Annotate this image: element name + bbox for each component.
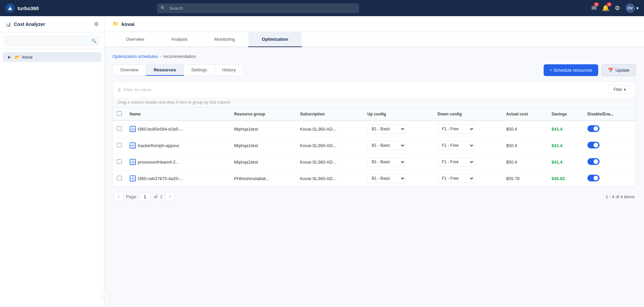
col-name: Name bbox=[126, 108, 230, 121]
sidebar-settings-button[interactable]: ⚙ bbox=[94, 21, 99, 27]
avatar: DV bbox=[625, 3, 635, 13]
row-down-config-1[interactable]: F1 - FreeD1 - SharedB1 - Basic bbox=[438, 141, 475, 150]
topnav-right: ✉ 3 🔔 3 ⚙ DV ▾ bbox=[591, 3, 639, 13]
sidebar-search-icon: 🔍 bbox=[91, 38, 97, 43]
update-button[interactable]: 📅 Update bbox=[602, 64, 636, 76]
settings-button[interactable]: ⚙ bbox=[615, 4, 620, 12]
col-disable-enable: Disable/Ena... bbox=[583, 108, 636, 121]
table-row: t360-ceb37675-4a20-... PHfreshinstallati… bbox=[113, 170, 636, 187]
col-savings: Savings bbox=[547, 108, 583, 121]
row-actual-cost-2: $50.4 bbox=[502, 154, 548, 170]
filter-left: ⧖ bbox=[118, 87, 191, 93]
total-pages: 1 bbox=[160, 194, 162, 199]
logo-icon bbox=[5, 3, 15, 13]
tab-monitoring[interactable]: Monitoring bbox=[201, 32, 249, 47]
schedule-resources-button[interactable]: + Schedule resources bbox=[544, 64, 598, 76]
row-rg-0: Miphqa1test bbox=[230, 121, 296, 137]
user-menu[interactable]: DV ▾ bbox=[625, 3, 639, 13]
svg-point-2 bbox=[9, 6, 11, 8]
sidebar-item-kovai[interactable]: ▶ 📂 kovai bbox=[3, 52, 101, 62]
row-toggle-3[interactable] bbox=[587, 175, 600, 181]
resource-icon-2 bbox=[130, 159, 136, 165]
messages-button[interactable]: ✉ 3 bbox=[591, 4, 597, 12]
filter-bar: ⧖ Filter ▾ bbox=[112, 81, 636, 97]
search-icon: 🔍 bbox=[160, 5, 166, 11]
row-up-config-0[interactable]: B1 - BasicB2 - BasicB3 - BasicS1 - Stand… bbox=[367, 124, 406, 134]
messages-badge: 3 bbox=[594, 2, 599, 6]
filter-input[interactable] bbox=[124, 87, 191, 92]
search-input[interactable] bbox=[157, 3, 359, 13]
filter-button[interactable]: Filter ▾ bbox=[608, 85, 631, 94]
resource-icon-3 bbox=[130, 175, 136, 181]
col-up-config: Up config bbox=[363, 108, 433, 121]
col-checkbox bbox=[113, 108, 126, 121]
row-checkbox-0[interactable] bbox=[117, 126, 122, 131]
row-down-config-3[interactable]: F1 - FreeD1 - SharedB1 - Basic bbox=[438, 174, 475, 183]
row-checkbox-1[interactable] bbox=[117, 143, 122, 147]
main-layout: 📊 Cost Analyzer ⚙ 🔍 ▶ 📂 kovai ‹ 📁 kovai bbox=[0, 16, 644, 307]
row-up-config-3[interactable]: B1 - BasicB2 - BasicB3 - BasicS1 - Stand… bbox=[367, 174, 406, 183]
notifications-button[interactable]: 🔔 3 bbox=[602, 4, 609, 12]
select-all-checkbox[interactable] bbox=[117, 111, 122, 116]
row-savings-2: $41.4 bbox=[547, 154, 583, 170]
filter-right: Filter ▾ bbox=[608, 85, 631, 94]
subtab-resources[interactable]: Resources bbox=[146, 65, 184, 76]
col-resource-group: Resource group bbox=[230, 108, 296, 121]
top-navigation: turbo360 🔍 ✉ 3 🔔 3 ⚙ DV ▾ bbox=[0, 0, 644, 16]
logo-text: turbo360 bbox=[18, 5, 39, 11]
row-toggle-0[interactable] bbox=[587, 125, 600, 132]
sidebar-title: 📊 Cost Analyzer bbox=[5, 22, 45, 27]
filter-icon: ⧖ bbox=[118, 87, 121, 93]
row-checkbox-3[interactable] bbox=[117, 176, 122, 180]
next-page-button[interactable]: › bbox=[165, 192, 174, 201]
subtab-history[interactable]: History bbox=[215, 65, 243, 76]
col-actual-cost: Actual cost bbox=[502, 108, 548, 121]
breadcrumb-separator: › bbox=[160, 54, 161, 59]
row-down-config-2[interactable]: F1 - FreeD1 - SharedB1 - Basic bbox=[438, 157, 475, 167]
gear-icon: ⚙ bbox=[615, 4, 620, 12]
row-down-config-0[interactable]: F1 - FreeD1 - SharedB1 - Basic bbox=[438, 124, 475, 134]
row-actual-cost-3: $55.78 bbox=[502, 170, 548, 187]
row-toggle-2[interactable] bbox=[587, 158, 600, 165]
sidebar-search-input[interactable] bbox=[5, 36, 99, 45]
subtab-row: Overview Resources Settings History + Sc… bbox=[112, 64, 636, 76]
row-rg-1: Miphqa1test bbox=[230, 137, 296, 154]
row-name-text-1: trackerfnmiph-appsvc bbox=[138, 143, 180, 148]
page-header: 📁 kovai bbox=[104, 16, 644, 32]
subtab-settings[interactable]: Settings bbox=[184, 65, 215, 76]
top-tabs: Overview Analysis Monitoring Optimizatio… bbox=[104, 32, 644, 47]
page-number-input[interactable] bbox=[139, 193, 151, 201]
expand-icon: ▶ bbox=[8, 55, 13, 59]
table-row: processorfnbam4-2... Miphqa1test Kovai-S… bbox=[113, 154, 636, 170]
sidebar-collapse-button[interactable]: ‹ bbox=[100, 292, 108, 300]
subtab-overview[interactable]: Overview bbox=[113, 65, 146, 76]
table-row: t360-bc85e584-e1b5-... Miphqa1test Kovai… bbox=[113, 121, 636, 137]
prev-page-button[interactable]: ‹ bbox=[114, 192, 123, 201]
action-buttons: + Schedule resources 📅 Update bbox=[544, 64, 636, 76]
row-name-text-0: t360-bc85e584-e1b5-... bbox=[138, 127, 183, 132]
sidebar: 📊 Cost Analyzer ⚙ 🔍 ▶ 📂 kovai ‹ bbox=[0, 16, 104, 307]
breadcrumb: Optimization schedules › recommendation bbox=[112, 54, 636, 59]
row-toggle-1[interactable] bbox=[587, 142, 600, 148]
logo[interactable]: turbo360 bbox=[5, 3, 39, 13]
main-content: 📁 kovai Overview Analysis Monitoring Opt… bbox=[104, 16, 644, 307]
inner-content: Optimization schedules › recommendation … bbox=[104, 47, 644, 213]
table-body: t360-bc85e584-e1b5-... Miphqa1test Kovai… bbox=[113, 121, 636, 187]
col-down-config: Down config bbox=[433, 108, 502, 121]
row-savings-0: $41.4 bbox=[547, 121, 583, 137]
folder-icon: 📂 bbox=[15, 55, 20, 60]
resources-table: Name Resource group Subscription Up conf… bbox=[113, 108, 636, 187]
update-icon: 📅 bbox=[608, 68, 613, 73]
row-sub-2: Kovai-SL360-AD... bbox=[296, 154, 363, 170]
row-up-config-2[interactable]: B1 - BasicB2 - BasicB3 - BasicS1 - Stand… bbox=[367, 157, 406, 167]
tab-optimization[interactable]: Optimization bbox=[248, 32, 302, 47]
data-table-wrapper: Name Resource group Subscription Up conf… bbox=[112, 108, 636, 187]
tab-overview[interactable]: Overview bbox=[112, 32, 158, 47]
table-row: trackerfnmiph-appsvc Miphqa1test Kovai-S… bbox=[113, 137, 636, 154]
row-name-1: trackerfnmiph-appsvc bbox=[130, 142, 226, 148]
breadcrumb-link-optimization-schedules[interactable]: Optimization schedules bbox=[112, 54, 158, 59]
row-up-config-1[interactable]: B1 - BasicB2 - BasicB3 - BasicS1 - Stand… bbox=[367, 141, 406, 150]
table-header-row: Name Resource group Subscription Up conf… bbox=[113, 108, 636, 121]
tab-analysis[interactable]: Analysis bbox=[158, 32, 201, 47]
row-checkbox-2[interactable] bbox=[117, 159, 122, 164]
